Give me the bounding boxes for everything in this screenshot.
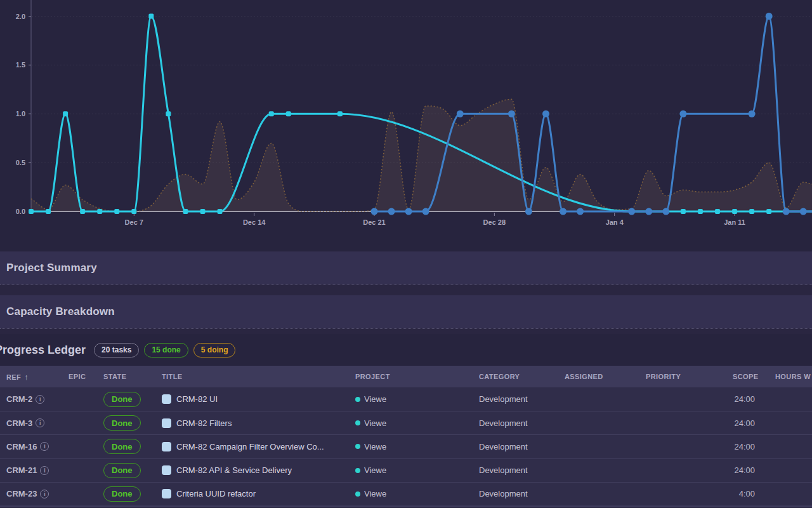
svg-text:Jan 4: Jan 4 [606, 218, 624, 226]
scope-cell: 24:00 [733, 418, 755, 428]
svg-text:Jan 11: Jan 11 [724, 218, 745, 226]
svg-text:Dec 7: Dec 7 [125, 218, 143, 226]
scope-cell: 4:00 [733, 489, 755, 498]
progress-ledger-table-header: REF↑EPICSTATETITLEPROJECTCATEGORYASSIGNE… [0, 366, 812, 387]
task-title: CRM-82 API & Service Delivery [176, 465, 292, 475]
progress-ledger-title: Progress Ledger [0, 344, 86, 357]
task-title: CRM-82 Filters [176, 418, 232, 428]
project-dot-icon [355, 491, 360, 497]
ref-cell[interactable]: CRM-21i [6, 465, 69, 475]
ledger-badge-2: 5 doing [193, 343, 236, 358]
column-header-scope[interactable]: SCOPE [733, 373, 755, 380]
info-icon[interactable]: i [36, 418, 44, 427]
info-icon[interactable]: i [40, 466, 49, 475]
task-title: CRM-82 UI [176, 394, 218, 404]
title-cell[interactable]: CRM-82 Campaign Filter Overview Co... [162, 442, 355, 451]
task-icon [162, 465, 171, 475]
project-dot-icon [355, 444, 360, 449]
svg-text:Dec 21: Dec 21 [363, 218, 385, 226]
column-header-assigned[interactable]: ASSIGNED [565, 373, 646, 380]
table-row-crm-3[interactable]: CRM-3iDoneCRM-82 FiltersVieweDevelopment… [0, 411, 812, 434]
state-pill: Done [103, 463, 141, 478]
task-title: CRM-82 Campaign Filter Overview Co... [176, 442, 324, 451]
table-row-crm-23[interactable]: CRM-23iDoneCriteria UUID refactorVieweDe… [0, 482, 812, 505]
title-cell[interactable]: CRM-82 API & Service Delivery [162, 465, 355, 475]
column-header-epic[interactable]: EPIC [69, 373, 103, 380]
project-summary-title: Project Summary [6, 262, 97, 274]
column-header-project[interactable]: PROJECT [355, 373, 479, 380]
ref-cell[interactable]: CRM-23i [6, 489, 69, 498]
section-divider [0, 328, 812, 334]
state-cell: Done [103, 463, 162, 478]
info-icon[interactable]: i [40, 490, 49, 498]
ledger-badges: 20 tasks15 done5 doing [94, 343, 235, 358]
table-row-crm-2[interactable]: CRM-2iDoneCRM-82 UIVieweDevelopment24:00 [0, 387, 812, 411]
task-icon [162, 442, 171, 451]
title-cell[interactable]: Criteria UUID refactor [162, 489, 355, 498]
scope-cell: 24:00 [733, 465, 755, 475]
project-label: Viewe [364, 442, 386, 451]
project-label: Viewe [364, 418, 386, 428]
project-cell[interactable]: Viewe [355, 465, 479, 475]
table-row-crm-16[interactable]: CRM-16iDoneCRM-82 Campaign Filter Overvi… [0, 434, 812, 458]
project-label: Viewe [364, 489, 386, 498]
project-cell[interactable]: Viewe [355, 489, 479, 498]
ledger-badge-0: 20 tasks [94, 343, 139, 358]
project-cell[interactable]: Viewe [355, 418, 479, 428]
ref-cell[interactable]: CRM-2i [6, 394, 69, 404]
category-cell: Development [479, 418, 565, 428]
svg-text:0.0: 0.0 [16, 208, 25, 215]
ref-label: CRM-2 [6, 394, 32, 404]
chart-canvas[interactable]: 0.00.51.01.52.0Dec 7Dec 14Dec 21Dec 28Ja… [0, 0, 812, 251]
project-dot-icon [355, 420, 360, 425]
section-header-project-summary[interactable]: Project Summary [0, 251, 812, 284]
task-icon [162, 394, 171, 404]
task-title: Criteria UUID refactor [176, 489, 256, 498]
progress-ledger-table-body: CRM-2iDoneCRM-82 UIVieweDevelopment24:00… [0, 387, 812, 505]
title-cell[interactable]: CRM-82 Filters [162, 418, 355, 428]
progress-ledger-header: Progress Ledger 20 tasks15 done5 doing [0, 334, 812, 366]
ref-label: CRM-21 [6, 465, 37, 475]
column-header-title[interactable]: TITLE [162, 373, 355, 380]
column-header-category[interactable]: CATEGORY [479, 373, 565, 380]
scope-cell: 24:00 [733, 442, 755, 451]
ref-cell[interactable]: CRM-3i [6, 418, 69, 428]
project-cell[interactable]: Viewe [355, 442, 479, 451]
svg-text:2.0: 2.0 [16, 13, 25, 20]
svg-text:Dec 14: Dec 14 [243, 218, 266, 226]
category-cell: Development [479, 489, 565, 498]
ref-label: CRM-3 [6, 418, 32, 428]
table-row-crm-21[interactable]: CRM-21iDoneCRM-82 API & Service Delivery… [0, 458, 812, 482]
svg-text:Dec 28: Dec 28 [483, 218, 506, 226]
state-pill: Done [103, 415, 141, 431]
ref-label: CRM-23 [6, 489, 37, 498]
svg-text:1.5: 1.5 [16, 61, 25, 69]
ledger-badge-1: 15 done [144, 343, 188, 358]
activity-burndown-chart[interactable]: 0.00.51.01.52.0Dec 7Dec 14Dec 21Dec 28Ja… [0, 0, 812, 251]
state-cell: Done [103, 439, 162, 454]
state-pill: Done [103, 439, 141, 454]
project-dot-icon [355, 468, 360, 473]
ref-cell[interactable]: CRM-16i [6, 442, 69, 451]
svg-text:1.0: 1.0 [16, 110, 25, 117]
category-cell: Development [479, 394, 565, 404]
svg-text:0.5: 0.5 [16, 159, 25, 166]
state-cell: Done [103, 392, 162, 407]
project-dot-icon [355, 397, 360, 402]
project-cell[interactable]: Viewe [355, 394, 479, 404]
info-icon[interactable]: i [40, 442, 49, 451]
scope-cell: 24:00 [733, 394, 755, 404]
state-cell: Done [103, 415, 162, 431]
project-label: Viewe [364, 394, 386, 404]
task-icon [162, 489, 171, 498]
title-cell[interactable]: CRM-82 UI [162, 394, 355, 404]
column-header-state[interactable]: STATE [103, 373, 162, 380]
ref-label: CRM-16 [6, 442, 37, 451]
column-header-ref[interactable]: REF↑ [6, 372, 69, 382]
column-header-priority[interactable]: PRIORITY [646, 373, 733, 380]
section-header-capacity-breakdown[interactable]: Capacity Breakdown [0, 295, 812, 328]
section-divider [0, 284, 812, 295]
task-icon [162, 418, 171, 428]
info-icon[interactable]: i [36, 395, 44, 404]
column-header-hours[interactable]: HOURS W [755, 373, 812, 380]
